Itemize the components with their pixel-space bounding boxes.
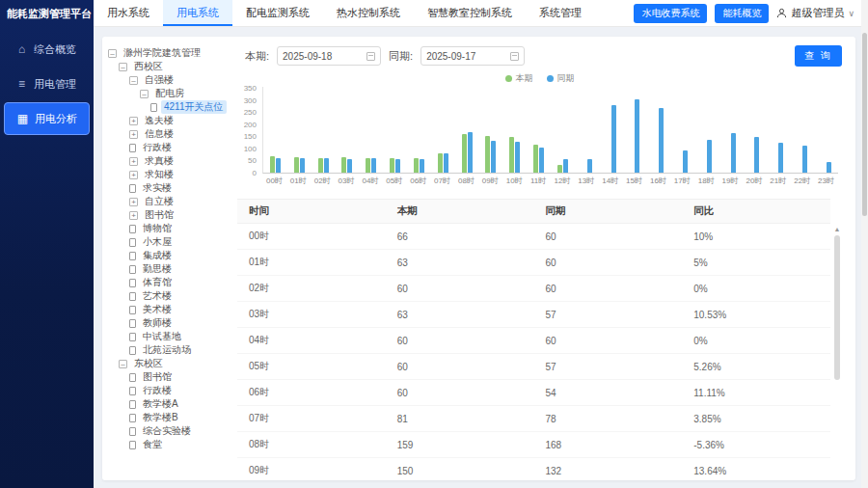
bar-同期[interactable] <box>611 105 616 173</box>
bar-本期[interactable] <box>341 157 346 173</box>
table-scrollbar[interactable]: ▲ ▼ <box>832 226 842 480</box>
tree-node-东校区[interactable]: –东校区 <box>108 357 226 370</box>
tree-node-图书馆[interactable]: +图书馆 <box>108 208 226 222</box>
bar-同期[interactable] <box>324 158 329 173</box>
bar-本期[interactable] <box>318 158 323 173</box>
compare-date-picker[interactable] <box>420 46 525 66</box>
collapse-icon[interactable]: – <box>119 360 127 368</box>
tree-node-自强楼[interactable]: –自强楼 <box>108 73 226 87</box>
table-row[interactable]: 03时635710.53% <box>237 302 830 328</box>
tree-node-求实楼[interactable]: 求实楼 <box>108 181 226 195</box>
tree-node-配电房[interactable]: –配电房 <box>108 87 226 100</box>
tab-热水控制系统[interactable]: 热水控制系统 <box>323 0 414 26</box>
bar-本期[interactable] <box>509 137 514 173</box>
bar-同期[interactable] <box>468 132 473 173</box>
bar-同期[interactable] <box>827 162 831 173</box>
tree-node-教师楼[interactable]: 教师楼 <box>108 316 226 330</box>
sidebar-item-综合概览[interactable]: ⌂综合概览 <box>4 33 90 66</box>
tree-node-食堂[interactable]: 食堂 <box>108 438 226 451</box>
user-menu[interactable]: 超级管理员 ∨ <box>776 6 854 20</box>
bar-同期[interactable] <box>778 143 783 173</box>
tree-node-自立楼[interactable]: +自立楼 <box>108 195 226 208</box>
tree-node-北苑运动场[interactable]: 北苑运动场 <box>108 343 226 357</box>
tree-node-4211开关点位[interactable]: 4211开关点位 <box>108 100 226 114</box>
tree-node-综合实验楼[interactable]: 综合实验楼 <box>108 424 226 438</box>
bar-同期[interactable] <box>635 99 639 173</box>
bar-同期[interactable] <box>683 150 688 173</box>
table-row[interactable]: 02时60600% <box>237 276 830 302</box>
bar-同期[interactable] <box>802 146 807 173</box>
collapse-icon[interactable]: – <box>140 90 149 98</box>
legend-current[interactable]: 本期 <box>505 72 533 85</box>
table-row[interactable]: 05时60575.26% <box>237 354 830 380</box>
bar-同期[interactable] <box>659 108 664 173</box>
table-row[interactable]: 08时159168-5.36% <box>237 432 830 458</box>
table-row[interactable]: 01时63605% <box>237 250 830 276</box>
tree-node-艺术楼[interactable]: 艺术楼 <box>108 289 226 303</box>
bar-同期[interactable] <box>731 133 736 173</box>
bar-本期[interactable] <box>438 153 443 173</box>
tab-用电系统[interactable]: 用电系统 <box>163 0 232 26</box>
tree-node-信息楼[interactable]: +信息楼 <box>108 127 226 141</box>
tree-node-美术楼[interactable]: 美术楼 <box>108 303 226 316</box>
legend-compare[interactable]: 同期 <box>547 72 575 85</box>
energy-overview-button[interactable]: 能耗概览 <box>715 4 769 23</box>
tree-node-西校区[interactable]: –西校区 <box>108 60 226 73</box>
scroll-up-icon[interactable]: ▲ <box>834 226 841 233</box>
bar-本期[interactable] <box>294 157 299 173</box>
tree-node-博物馆[interactable]: 博物馆 <box>108 222 226 235</box>
bar-本期[interactable] <box>270 156 275 173</box>
bar-同期[interactable] <box>491 141 496 173</box>
expand-icon[interactable]: + <box>129 171 138 179</box>
bar-本期[interactable] <box>366 158 370 173</box>
table-row[interactable]: 00时666010% <box>237 224 830 250</box>
bar-同期[interactable] <box>754 137 759 173</box>
tree-node-图书馆[interactable]: 图书馆 <box>108 370 226 384</box>
tree-node-教学楼B[interactable]: 教学楼B <box>108 411 226 424</box>
tree-node-行政楼[interactable]: 行政楼 <box>108 384 226 397</box>
bar-同期[interactable] <box>563 159 568 173</box>
table-row[interactable]: 06时605411.11% <box>237 380 830 406</box>
bar-同期[interactable] <box>347 159 352 173</box>
expand-icon[interactable]: + <box>129 157 138 166</box>
table-row[interactable]: 07时81783.85% <box>237 406 830 432</box>
bar-同期[interactable] <box>587 159 592 173</box>
tab-系统管理[interactable]: 系统管理 <box>526 0 595 26</box>
expand-icon[interactable]: + <box>129 130 138 139</box>
expand-icon[interactable]: + <box>129 198 138 206</box>
bar-同期[interactable] <box>420 159 424 173</box>
bar-本期[interactable] <box>485 136 490 173</box>
bar-同期[interactable] <box>444 153 448 173</box>
tree-node-滁州学院建筑管理[interactable]: –滁州学院建筑管理 <box>108 46 226 60</box>
tree-node-体育馆[interactable]: 体育馆 <box>108 276 226 289</box>
bar-本期[interactable] <box>557 165 562 173</box>
tree-node-教学楼A[interactable]: 教学楼A <box>108 397 226 411</box>
tree-node-小木屋[interactable]: 小木屋 <box>108 235 226 249</box>
table-row[interactable]: 09时15013213.64% <box>237 458 830 480</box>
bar-同期[interactable] <box>371 158 376 173</box>
bar-同期[interactable] <box>539 148 544 173</box>
tree-node-集成楼[interactable]: 集成楼 <box>108 249 226 262</box>
bar-本期[interactable] <box>533 145 538 173</box>
tree-node-勤思楼[interactable]: 勤思楼 <box>108 262 226 276</box>
scroll-down-icon[interactable]: ▼ <box>834 478 841 480</box>
expand-icon[interactable]: + <box>129 211 138 220</box>
water-electric-fee-button[interactable]: 水电收费系统 <box>634 4 707 23</box>
tab-用水系统[interactable]: 用水系统 <box>94 0 163 26</box>
bar-同期[interactable] <box>515 142 520 173</box>
collapse-icon[interactable]: – <box>108 49 117 58</box>
sidebar-item-用电管理[interactable]: ≡用电管理 <box>4 68 90 100</box>
tab-配电监测系统[interactable]: 配电监测系统 <box>232 0 323 26</box>
compare-date-input[interactable] <box>426 51 506 62</box>
tree-node-求真楼[interactable]: +求真楼 <box>108 154 226 168</box>
collapse-icon[interactable]: – <box>129 76 138 85</box>
table-row[interactable]: 04时60600% <box>237 328 830 354</box>
tree-node-行政楼[interactable]: 行政楼 <box>108 141 226 154</box>
bar-同期[interactable] <box>707 140 712 173</box>
current-date-picker[interactable] <box>277 46 381 66</box>
bar-同期[interactable] <box>395 159 400 173</box>
tree-node-求知楼[interactable]: +求知楼 <box>108 168 226 181</box>
bar-同期[interactable] <box>276 158 281 173</box>
page-scrollbar[interactable] <box>861 0 868 488</box>
bar-同期[interactable] <box>300 158 305 173</box>
